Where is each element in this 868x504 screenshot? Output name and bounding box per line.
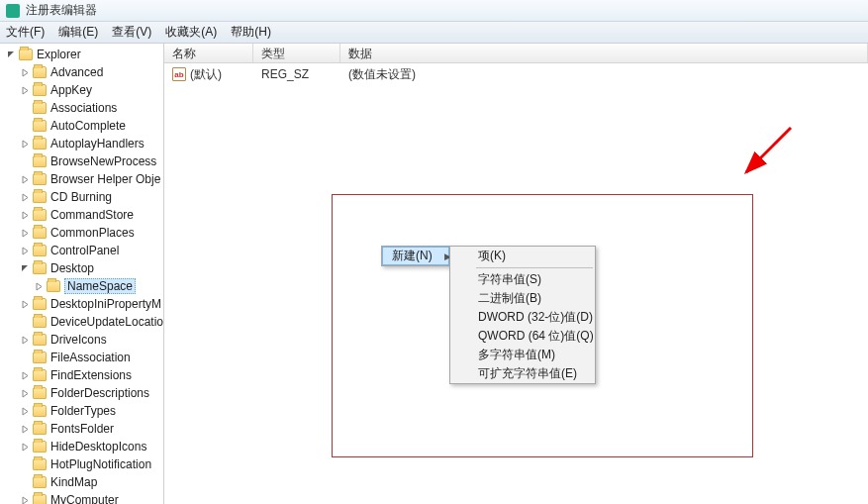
menu-item-label: 字符串值(S)	[478, 271, 541, 288]
menu-file[interactable]: 文件(F)	[6, 24, 45, 41]
string-value-icon: ab	[172, 67, 186, 81]
tree-item[interactable]: AppKey	[0, 81, 163, 99]
cell-name: ab (默认)	[164, 66, 253, 83]
menu-help[interactable]: 帮助(H)	[231, 24, 271, 41]
tree-label: HideDesktopIcons	[50, 440, 146, 454]
expander-closed-icon[interactable]	[20, 192, 31, 203]
tree-label: NameSpace	[64, 278, 136, 294]
expander-closed-icon[interactable]	[20, 388, 31, 399]
col-header-type[interactable]: 类型	[253, 44, 340, 62]
context-submenu-new: 项(K)字符串值(S)二进制值(B)DWORD (32-位)值(D)QWORD …	[449, 246, 596, 384]
expander-none-icon	[20, 317, 31, 328]
context-menu-new: 新建(N) ▶	[381, 246, 450, 266]
tree-item[interactable]: NameSpace	[0, 277, 163, 295]
menubar: 文件(F) 编辑(E) 查看(V) 收藏夹(A) 帮助(H)	[0, 22, 868, 44]
expander-closed-icon[interactable]	[20, 228, 31, 239]
tree-label: AutoplayHandlers	[50, 137, 145, 151]
value-name-label: (默认)	[190, 66, 222, 83]
tree-item[interactable]: DesktopIniPropertyM	[0, 295, 163, 313]
expander-closed-icon[interactable]	[20, 370, 31, 381]
expander-closed-icon[interactable]	[20, 67, 31, 78]
titlebar: 注册表编辑器	[0, 0, 868, 22]
tree-label: DeviceUpdateLocatio	[50, 315, 163, 329]
tree-item[interactable]: AutoplayHandlers	[0, 135, 163, 152]
titlebar-text: 注册表编辑器	[26, 2, 97, 19]
menu-item-new[interactable]: 新建(N) ▶	[382, 247, 449, 265]
tree-label: Desktop	[50, 261, 94, 275]
tree-item[interactable]: FileAssociation	[0, 349, 163, 366]
tree-label: FindExtensions	[50, 368, 132, 382]
expander-closed-icon[interactable]	[20, 406, 31, 417]
expander-closed-icon[interactable]	[20, 299, 31, 310]
list-row[interactable]: ab (默认) REG_SZ (数值未设置)	[164, 65, 868, 83]
expander-none-icon	[20, 459, 31, 470]
expander-closed-icon[interactable]	[20, 424, 31, 435]
expander-closed-icon[interactable]	[20, 85, 31, 96]
expander-closed-icon[interactable]	[20, 442, 31, 453]
tree-root: ExplorerAdvancedAppKeyAssociationsAutoCo…	[0, 46, 163, 504]
tree-item[interactable]: KindMap	[0, 473, 163, 491]
expander-closed-icon[interactable]	[20, 495, 31, 505]
tree-item[interactable]: FolderTypes	[0, 402, 163, 420]
tree-item[interactable]: CommonPlaces	[0, 224, 163, 242]
menu-item[interactable]: 多字符串值(M)	[450, 346, 595, 364]
menu-edit[interactable]: 编辑(E)	[58, 24, 98, 41]
expander-closed-icon[interactable]	[20, 246, 31, 256]
tree-label: CommandStore	[50, 208, 134, 222]
tree-label: AutoComplete	[50, 119, 126, 133]
folder-icon	[33, 352, 47, 363]
tree-label: DesktopIniPropertyM	[50, 297, 161, 311]
tree-item[interactable]: HotPlugNotification	[0, 455, 163, 473]
tree-item[interactable]: AutoComplete	[0, 117, 163, 135]
folder-icon	[33, 387, 47, 399]
tree-label: FolderDescriptions	[50, 386, 149, 400]
folder-icon	[33, 494, 47, 504]
tree-label: FileAssociation	[50, 351, 131, 364]
tree-item[interactable]: FolderDescriptions	[0, 384, 163, 402]
folder-icon	[33, 476, 47, 488]
tree-panel[interactable]: ExplorerAdvancedAppKeyAssociationsAutoCo…	[0, 44, 164, 504]
tree-item[interactable]: BrowseNewProcess	[0, 152, 163, 170]
col-header-name[interactable]: 名称	[164, 44, 253, 62]
menu-item[interactable]: QWORD (64 位)值(Q)	[450, 327, 595, 346]
tree-item[interactable]: CD Burning	[0, 188, 163, 206]
tree-item[interactable]: DriveIcons	[0, 331, 163, 349]
list-header: 名称 类型 数据	[164, 44, 868, 63]
tree-label: FolderTypes	[50, 404, 116, 418]
expander-open-icon[interactable]	[6, 50, 17, 60]
tree-item[interactable]: CommandStore	[0, 206, 163, 224]
tree-item[interactable]: FontsFolder	[0, 420, 163, 438]
menu-item-label: QWORD (64 位)值(Q)	[478, 328, 594, 345]
expander-closed-icon[interactable]	[20, 174, 31, 185]
tree-label: DriveIcons	[50, 333, 107, 347]
tree-item[interactable]: HideDesktopIcons	[0, 438, 163, 455]
menu-item[interactable]: 可扩充字符串值(E)	[450, 364, 595, 383]
expander-closed-icon[interactable]	[20, 210, 31, 221]
menu-item[interactable]: 字符串值(S)	[450, 270, 595, 289]
expander-closed-icon[interactable]	[20, 139, 31, 150]
tree-item[interactable]: ControlPanel	[0, 242, 163, 259]
tree-item[interactable]: DeviceUpdateLocatio	[0, 313, 163, 331]
tree-item[interactable]: FindExtensions	[0, 366, 163, 384]
tree-item[interactable]: Advanced	[0, 63, 163, 81]
col-header-data[interactable]: 数据	[340, 44, 868, 62]
expander-closed-icon[interactable]	[34, 281, 45, 292]
menu-item[interactable]: 二进制值(B)	[450, 289, 595, 308]
menu-view[interactable]: 查看(V)	[112, 24, 151, 41]
tree-item[interactable]: Explorer	[0, 46, 163, 63]
tree-item[interactable]: Associations	[0, 99, 163, 117]
expander-none-icon	[20, 156, 31, 167]
menu-item-label: 多字符串值(M)	[478, 347, 555, 363]
tree-label: ControlPanel	[50, 244, 119, 257]
menu-favorites[interactable]: 收藏夹(A)	[165, 24, 217, 41]
expander-open-icon[interactable]	[20, 263, 31, 274]
expander-closed-icon[interactable]	[20, 335, 31, 346]
tree-item[interactable]: MyComputer	[0, 491, 163, 504]
menu-divider	[476, 267, 593, 268]
expander-none-icon	[20, 103, 31, 114]
menu-item[interactable]: DWORD (32-位)值(D)	[450, 308, 595, 327]
menu-item[interactable]: 项(K)	[450, 247, 595, 265]
tree-item[interactable]: Browser Helper Obje	[0, 170, 163, 188]
tree-item[interactable]: Desktop	[0, 259, 163, 277]
cell-type: REG_SZ	[253, 67, 340, 81]
